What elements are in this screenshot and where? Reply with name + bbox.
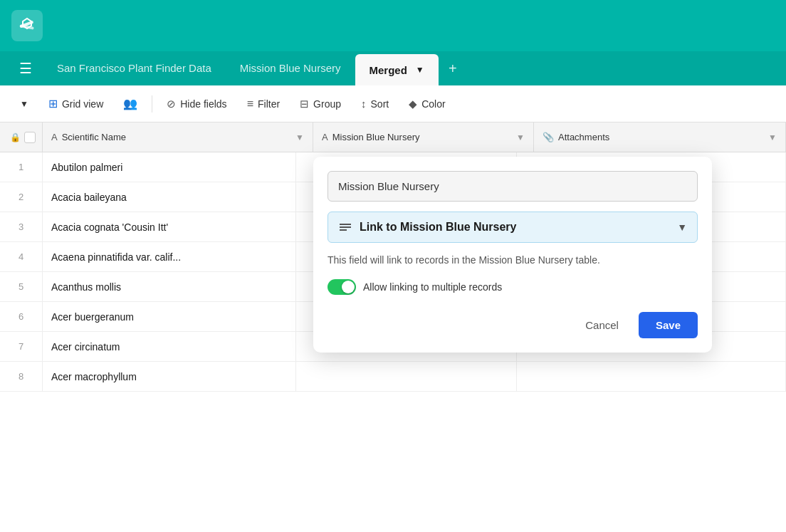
tab-sf-plant[interactable]: San Francisco Plant Finder Data [43, 51, 226, 85]
lock-icon: 🔒 [7, 132, 24, 142]
col-sort-icon-3: ▼ [768, 132, 777, 142]
color-button[interactable]: ◆ Color [400, 93, 454, 115]
field-type-selector[interactable]: Link to Mission Blue Nursery ▼ [328, 212, 698, 243]
row-number: 3 [0, 212, 43, 241]
group-button[interactable]: ⊟ Group [291, 93, 350, 115]
col-header-scientific-name[interactable]: A Scientific Name ▼ [43, 122, 313, 152]
tab-mission-blue[interactable]: Mission Blue Nursery [226, 51, 355, 85]
table-row: 8 Acer macrophyllum [0, 362, 786, 392]
table-header: 🔒 A Scientific Name ▼ A Mission Blue Nur… [0, 122, 786, 152]
cell-scientific-name[interactable]: Acaena pinnatifida var. calif... [43, 242, 296, 271]
row-number: 1 [0, 152, 43, 182]
toolbar: ▼ ⊞ Grid view 👥 ⊘ Hide fields ≡ Filter ⊟… [0, 85, 786, 122]
grid-area: 🔒 A Scientific Name ▼ A Mission Blue Nur… [0, 122, 786, 532]
cell-scientific-name[interactable]: Acacia cognata 'Cousin Itt' [43, 212, 296, 241]
cell-scientific-name[interactable]: Acer buergeranum [43, 302, 296, 331]
attachment-icon: 📎 [543, 132, 554, 142]
app-logo[interactable] [11, 10, 43, 41]
cell-scientific-name[interactable]: Acacia baileyana [43, 182, 296, 212]
row-number: 6 [0, 302, 43, 331]
cell-scientific-name[interactable]: Acer macrophyllum [43, 362, 296, 391]
field-type-label: Link to Mission Blue Nursery [360, 221, 670, 234]
row-number: 5 [0, 272, 43, 301]
text-field-icon: A [51, 132, 58, 142]
cell-scientific-name[interactable]: Acer circinatum [43, 332, 296, 361]
add-tab-button[interactable]: + [439, 51, 467, 85]
toggle-knob [342, 281, 355, 293]
row-number: 4 [0, 242, 43, 271]
cell-mission-blue[interactable] [296, 362, 517, 391]
toggle-label: Allow linking to multiple records [363, 281, 502, 293]
row-number: 2 [0, 182, 43, 212]
field-type-chevron-icon: ▼ [677, 221, 687, 233]
cell-scientific-name[interactable]: Acanthus mollis [43, 272, 296, 301]
hide-fields-button[interactable]: ⊘ Hide fields [158, 93, 235, 115]
tab-arrow-icon: ▼ [416, 65, 424, 75]
people-button[interactable]: 👥 [115, 93, 146, 115]
field-name-input[interactable] [328, 171, 698, 202]
filter-button[interactable]: ≡ Filter [239, 93, 288, 115]
color-icon: ◆ [409, 98, 417, 110]
select-all-checkbox[interactable] [24, 132, 36, 143]
link-field-icon [338, 221, 352, 233]
hamburger-button[interactable]: ☰ [9, 51, 43, 85]
popup-description: This field will link to records in the M… [328, 253, 698, 268]
dropdown-icon: ▼ [20, 99, 28, 109]
field-config-popup: Link to Mission Blue Nursery ▼ This fiel… [313, 157, 712, 353]
cancel-button[interactable]: Cancel [574, 313, 630, 337]
select-all-checkbox-col: 🔒 [0, 122, 43, 152]
filter-icon: ≡ [247, 98, 253, 110]
cell-attachments[interactable] [517, 362, 786, 391]
grid-view-button[interactable]: ⊞ Grid view [40, 93, 112, 115]
toggle-row: Allow linking to multiple records [328, 279, 698, 295]
toolbar-divider [152, 95, 152, 113]
people-icon: 👥 [123, 97, 137, 110]
popup-actions: Cancel Save [328, 312, 698, 338]
hide-fields-icon: ⊘ [167, 98, 176, 110]
view-toggle-button[interactable]: ▼ [11, 95, 37, 113]
row-number: 7 [0, 332, 43, 361]
grid-view-icon: ⊞ [48, 97, 58, 110]
cell-scientific-name[interactable]: Abutilon palmeri [43, 152, 296, 182]
multiple-records-toggle[interactable] [328, 279, 356, 295]
col-sort-icon: ▼ [295, 132, 304, 142]
group-icon: ⊟ [300, 98, 309, 110]
save-button[interactable]: Save [639, 312, 698, 338]
top-bar [0, 0, 786, 51]
main-content: ▼ ⊞ Grid view 👥 ⊘ Hide fields ≡ Filter ⊟… [0, 85, 786, 532]
tab-bar: ☰ San Francisco Plant Finder Data Missio… [0, 51, 786, 85]
col-sort-icon-2: ▼ [516, 132, 525, 142]
col-header-mission-blue[interactable]: A Mission Blue Nursery ▼ [313, 122, 534, 152]
sort-icon: ↕ [361, 98, 367, 110]
text-field-icon-2: A [322, 132, 328, 142]
row-number: 8 [0, 362, 43, 391]
tab-merged[interactable]: Merged ▼ [355, 54, 439, 85]
col-header-attachments[interactable]: 📎 Attachments ▼ [534, 122, 786, 152]
sort-button[interactable]: ↕ Sort [352, 93, 397, 114]
